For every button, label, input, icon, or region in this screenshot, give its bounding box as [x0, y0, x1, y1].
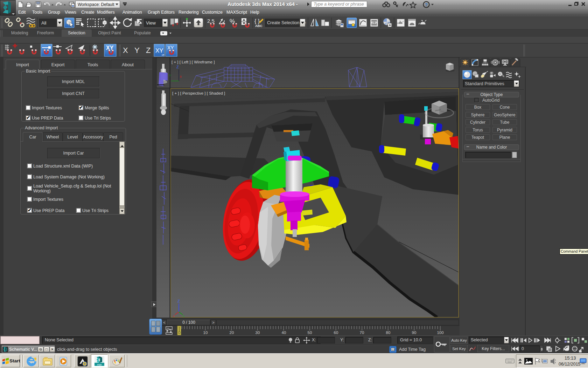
- svg-text:10: 10: [203, 330, 208, 335]
- svg-text:Z: Z: [177, 299, 180, 303]
- svg-text:0: 0: [178, 330, 180, 335]
- svg-text:max: max: [97, 363, 102, 366]
- svg-text:[ + ] [ Perspective ] [ Shaded: [ + ] [ Perspective ] [ Shaded ]: [172, 91, 225, 95]
- svg-text:x: x: [180, 75, 182, 79]
- svg-text:View: View: [146, 20, 156, 26]
- svg-text:y: y: [183, 314, 184, 318]
- svg-text:XY: XY: [167, 45, 174, 50]
- svg-text:Z: Z: [146, 46, 150, 55]
- svg-text:40: 40: [282, 330, 286, 335]
- svg-text:Z: Z: [176, 65, 179, 69]
- svg-text:ABC: ABC: [255, 24, 262, 28]
- svg-text:80: 80: [386, 330, 391, 335]
- svg-text:{ }: { }: [254, 18, 260, 24]
- svg-text:50: 50: [308, 330, 312, 335]
- svg-text:?: ?: [425, 2, 428, 7]
- svg-text:x: x: [173, 314, 175, 318]
- svg-text:X: X: [123, 46, 128, 55]
- svg-text:30: 30: [255, 330, 260, 335]
- svg-text:70: 70: [360, 330, 364, 335]
- svg-text:All: All: [41, 20, 47, 26]
- svg-text:20: 20: [230, 330, 234, 335]
- svg-text:90: 90: [412, 330, 416, 335]
- svg-text:[ + ] [ Left ] [ Wireframe ]: [ + ] [ Left ] [ Wireframe ]: [172, 60, 215, 64]
- svg-text:2.5: 2.5: [207, 18, 215, 24]
- svg-text:60: 60: [334, 330, 338, 335]
- svg-text:%: %: [230, 18, 235, 25]
- svg-text:Y: Y: [134, 46, 140, 55]
- svg-text:XY: XY: [155, 47, 163, 54]
- svg-text:100: 100: [437, 330, 443, 335]
